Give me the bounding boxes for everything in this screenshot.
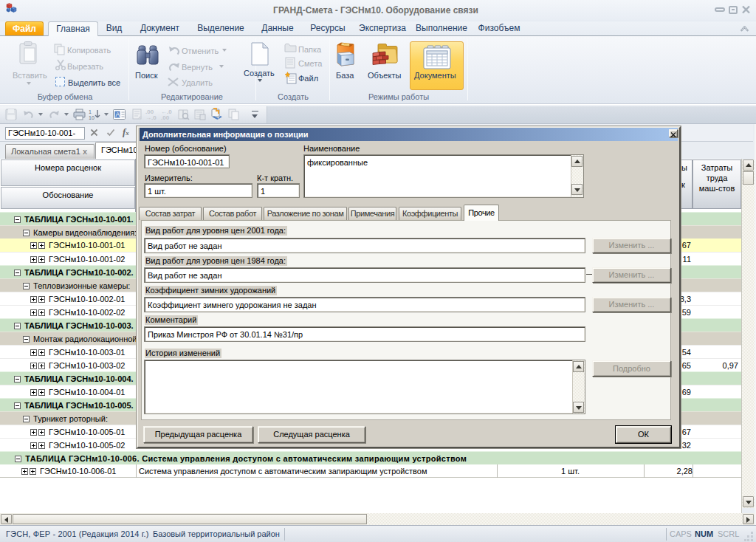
svg-text:1: 1	[89, 109, 92, 114]
svg-text:A: A	[116, 111, 120, 118]
svg-text:10: 10	[89, 115, 94, 120]
